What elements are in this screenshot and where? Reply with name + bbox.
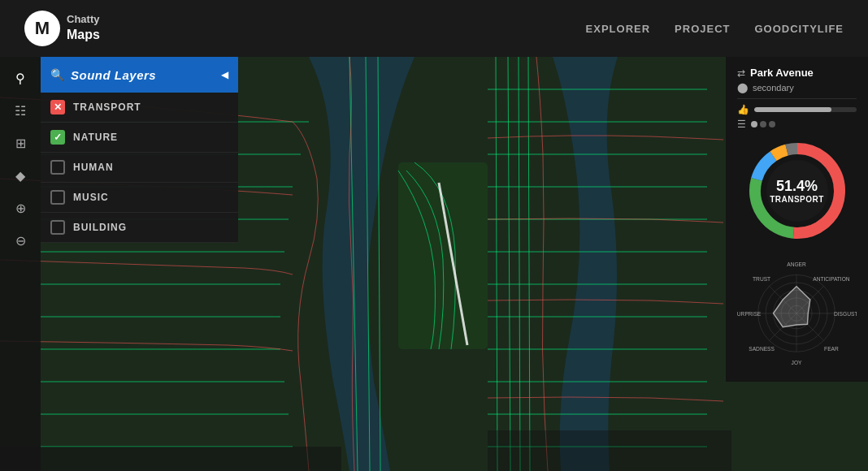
layers-stack-icon: ☰ xyxy=(737,119,746,130)
layers-search-icon: 🔍 xyxy=(50,68,64,81)
street-type: secondary xyxy=(753,83,794,93)
donut-percentage: 51.4% xyxy=(770,178,824,195)
radar-label-surprise: SURPRISE xyxy=(737,311,762,317)
svg-marker-50 xyxy=(774,287,810,327)
sidebar-pin[interactable]: ◆ xyxy=(6,161,35,190)
rating-bar-fill xyxy=(754,107,831,112)
svg-rect-33 xyxy=(0,447,341,471)
nav-links: EXPLORER PROJECT GOODCITYLIFE xyxy=(586,23,844,35)
sidebar-zoom-out[interactable]: ⊖ xyxy=(6,226,35,255)
street-location-icon: ⬤ xyxy=(737,82,748,93)
layer-item-music[interactable]: MUSIC xyxy=(41,183,238,213)
layer-checkbox-nature[interactable]: ✓ xyxy=(50,130,65,145)
layer-item-nature[interactable]: ✓NATURE xyxy=(41,123,238,153)
radar-label-sadness: SADNESS xyxy=(749,346,775,352)
rating-bar xyxy=(754,107,857,112)
logo-mark: M xyxy=(24,11,60,46)
layer-checkbox-music[interactable] xyxy=(50,190,65,205)
layer-item-transport[interactable]: ✕TRANSPORT xyxy=(41,93,238,123)
layer-label-transport: TRANSPORT xyxy=(73,102,141,113)
layers-title: Sound Layers xyxy=(71,68,156,82)
layers-header-left: 🔍 Sound Layers xyxy=(50,68,156,82)
layer-label-building: BUILDING xyxy=(73,222,127,233)
layer-checkbox-human[interactable] xyxy=(50,160,65,175)
street-info: ⇄ Park Avenue ⬤ secondary 👍 ☰ xyxy=(737,67,857,130)
logo: M ChattyMaps xyxy=(24,11,100,46)
navbar: M ChattyMaps EXPLORER PROJECT GOODCITYLI… xyxy=(0,0,868,57)
radar-svg: ANGERANTICIPATIONDISGUSTFEARJOYSADNESSSU… xyxy=(737,250,857,372)
radar-label-anticipation: ANTICIPATION xyxy=(813,276,850,282)
nav-explorer[interactable]: EXPLORER xyxy=(586,23,651,35)
radar-label-joy: JOY xyxy=(792,360,802,365)
dot-2 xyxy=(760,121,766,127)
layers-list: ✕TRANSPORT✓NATUREHUMANMUSICBUILDING xyxy=(41,93,238,243)
street-type-row: ⬤ secondary xyxy=(737,82,857,93)
layer-item-human[interactable]: HUMAN xyxy=(41,153,238,183)
radar-label-fear: FEAR xyxy=(824,346,839,352)
donut-chart: 51.4% TRANSPORT xyxy=(737,138,857,244)
street-transfer-icon: ⇄ xyxy=(737,67,745,79)
radar-chart: ANGERANTICIPATIONDISGUSTFEARJOYSADNESSSU… xyxy=(737,250,857,372)
nav-goodcitylife[interactable]: GOODCITYLIFE xyxy=(755,23,844,35)
layer-label-human: HUMAN xyxy=(73,162,114,173)
layers-dots xyxy=(751,121,775,127)
layers-header: 🔍 Sound Layers ◀ xyxy=(41,57,238,93)
sidebar-search[interactable]: ⚲ xyxy=(6,63,35,93)
rating-row: 👍 xyxy=(737,104,857,115)
layers-dots-row: ☰ xyxy=(737,119,857,130)
layer-checkbox-transport[interactable]: ✕ xyxy=(50,100,65,115)
sidebar-layers[interactable]: ☷ xyxy=(6,96,35,125)
layer-item-building[interactable]: BUILDING xyxy=(41,213,238,243)
street-name-row: ⇄ Park Avenue xyxy=(737,67,857,79)
svg-rect-34 xyxy=(488,430,731,471)
dot-1 xyxy=(751,121,757,127)
layers-panel: 🔍 Sound Layers ◀ ✕TRANSPORT✓NATUREHUMANM… xyxy=(41,57,238,243)
logo-text: ChattyMaps xyxy=(67,13,100,44)
thumbs-up-icon: 👍 xyxy=(737,104,749,115)
left-sidebar: ⚲ ☷ ⊞ ◆ ⊕ ⊖ xyxy=(0,57,41,471)
radar-label-trust: TRUST xyxy=(753,276,770,282)
layer-label-nature: NATURE xyxy=(73,132,118,143)
dot-3 xyxy=(769,121,775,127)
radar-label-anger: ANGER xyxy=(787,261,806,267)
layer-label-music: MUSIC xyxy=(73,192,109,203)
right-panel: ⇄ Park Avenue ⬤ secondary 👍 ☰ 51.4 xyxy=(726,57,868,382)
nav-project[interactable]: PROJECT xyxy=(675,23,730,35)
street-name: Park Avenue xyxy=(750,67,814,79)
layer-checkbox-building[interactable] xyxy=(50,220,65,235)
donut-center: 51.4% TRANSPORT xyxy=(770,178,824,204)
sidebar-grid[interactable]: ⊞ xyxy=(6,128,35,158)
sidebar-zoom-in[interactable]: ⊕ xyxy=(6,193,35,223)
layers-chevron-icon[interactable]: ◀ xyxy=(221,69,228,80)
radar-label-disgust: DISGUST xyxy=(834,311,857,317)
donut-label: TRANSPORT xyxy=(770,195,824,204)
street-divider xyxy=(737,98,857,99)
